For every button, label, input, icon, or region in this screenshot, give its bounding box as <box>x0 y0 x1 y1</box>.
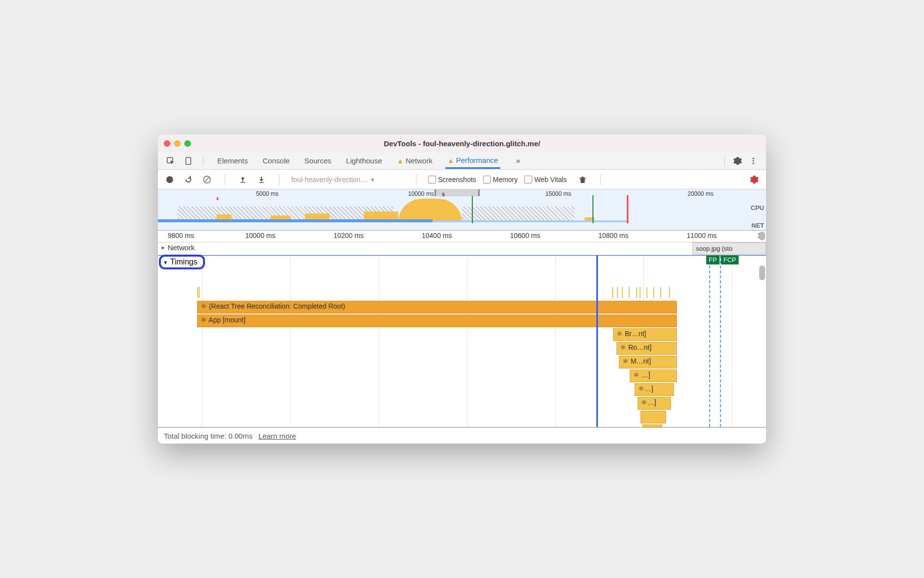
tab-performance[interactable]: ▲Performance <box>445 153 500 169</box>
separator <box>203 156 204 166</box>
timing-mark <box>197 287 198 298</box>
tab-console[interactable]: Console <box>261 154 292 168</box>
profile-select[interactable]: foul-heavenly-direction....▾ <box>291 176 404 184</box>
fp-badge[interactable]: FP <box>706 255 719 264</box>
timing-mark <box>640 287 641 298</box>
timeline-overview[interactable]: 5000 ms 10000 ms 15000 ms 20000 ms s CPU… <box>158 189 766 231</box>
screenshots-label: Screenshots <box>438 176 476 184</box>
more-tabs-icon[interactable]: » <box>516 157 520 165</box>
svg-point-3 <box>752 160 754 161</box>
flame-entry[interactable]: ⚛…] <box>638 397 671 410</box>
playhead[interactable] <box>596 256 598 427</box>
vertical-scrollbar-thumb[interactable] <box>759 265 765 280</box>
tab-network[interactable]: ▲Network <box>395 154 435 168</box>
chevron-down-icon: ▾ <box>371 176 374 184</box>
overview-marker <box>592 195 593 223</box>
svg-point-4 <box>752 162 754 164</box>
overview-graph <box>158 197 745 222</box>
ruler-tick: 10200 ms <box>334 232 363 239</box>
overview-selection[interactable]: s <box>435 189 480 196</box>
flame-entry[interactable]: ⚛ Br…nt] <box>613 328 677 341</box>
network-lane-label: Network <box>168 243 195 252</box>
maximize-window-icon[interactable] <box>184 140 191 147</box>
screenshots-checkbox[interactable]: Screenshots <box>428 176 476 184</box>
separator <box>416 174 416 185</box>
kebab-menu-icon[interactable] <box>745 153 761 169</box>
timing-mark <box>629 287 630 298</box>
timing-mark <box>622 287 623 298</box>
tab-network-label: Network <box>406 157 433 165</box>
ruler-tick: 9800 ms <box>168 232 194 239</box>
device-toolbar-icon[interactable] <box>180 153 196 169</box>
flame-entry[interactable]: ⚛ Ro…nt] <box>616 342 677 355</box>
learn-more-link[interactable]: Learn more <box>258 432 296 440</box>
cpu-label: CPU <box>751 204 764 211</box>
flame-entry[interactable]: ⚛ M…nt] <box>619 356 677 368</box>
separator <box>724 156 725 166</box>
flame-entry[interactable]: ⚛…] <box>635 383 674 396</box>
download-profile-icon[interactable] <box>256 174 267 185</box>
flame-entry[interactable]: ⚛ …] <box>630 369 677 382</box>
titlebar: DevTools - foul-heavenly-direction.glitc… <box>158 134 766 152</box>
chevron-down-icon: ▼ <box>163 260 168 265</box>
timing-mark <box>646 287 647 298</box>
profile-select-label: foul-heavenly-direction.... <box>291 176 368 184</box>
settings-gear-icon[interactable] <box>730 153 745 169</box>
ruler-tick: 11000 ms <box>687 232 717 239</box>
tbt-label: Total blocking time: 0.00ms <box>164 432 253 440</box>
overview-net-bar <box>433 220 629 222</box>
flame-entry[interactable]: ⚛ (React Tree Reconciliation: Completed … <box>197 301 677 314</box>
time-ruler[interactable]: 9800 ms 10000 ms 10200 ms 10400 ms 10600… <box>158 231 766 242</box>
separator <box>279 174 280 185</box>
trash-icon[interactable] <box>577 174 589 185</box>
devtools-window: DevTools - foul-heavenly-direction.glitc… <box>158 134 766 444</box>
separator <box>225 174 225 185</box>
grid-line <box>379 256 379 427</box>
separator <box>600 174 601 185</box>
ruler-tick: 10400 ms <box>422 232 452 239</box>
tab-lighthouse[interactable]: Lighthouse <box>344 154 384 168</box>
timing-mark <box>636 287 637 298</box>
capture-settings-gear-icon[interactable] <box>748 174 760 185</box>
tab-performance-label: Performance <box>456 156 498 164</box>
warning-icon: ▲ <box>397 157 404 165</box>
fcp-marker-line <box>720 256 721 427</box>
record-button[interactable] <box>164 174 176 185</box>
horizontal-scrollbar-thumb[interactable] <box>759 232 765 240</box>
webvitals-checkbox[interactable]: Web Vitals <box>524 176 566 184</box>
grid-line <box>467 256 467 427</box>
memory-checkbox[interactable]: Memory <box>483 176 518 184</box>
flame-entry[interactable]: ⚛ App [mount] <box>197 315 677 327</box>
tabs-container: Elements Console Sources Lighthouse ▲Net… <box>215 153 520 168</box>
fcp-badge[interactable]: FCP <box>721 255 739 264</box>
grid-line <box>290 256 291 427</box>
overview-marker <box>472 195 473 223</box>
ruler-tick: 10600 ms <box>510 232 540 239</box>
svg-point-5 <box>166 176 173 183</box>
svg-point-2 <box>752 158 754 159</box>
timings-lane-toggle[interactable]: ▼ Timings <box>159 255 205 269</box>
tab-sources[interactable]: Sources <box>303 154 334 168</box>
flame-entry[interactable] <box>641 411 666 423</box>
overview-tick: 5000 ms <box>256 190 279 197</box>
flame-entry[interactable] <box>642 424 662 427</box>
close-window-icon[interactable] <box>164 140 170 147</box>
clear-button[interactable] <box>201 174 213 185</box>
timing-mark <box>660 287 661 298</box>
tab-elements[interactable]: Elements <box>215 154 250 168</box>
flame-chart[interactable]: ►Network soop.jpg (sto ▼ Timings <box>158 242 766 427</box>
upload-profile-icon[interactable] <box>237 174 249 185</box>
overview-activity <box>398 199 462 222</box>
webvitals-label: Web Vitals <box>534 176 566 184</box>
inspect-element-icon[interactable] <box>163 153 179 169</box>
network-lane-toggle[interactable]: ►Network <box>158 242 766 253</box>
window-title: DevTools - foul-heavenly-direction.glitc… <box>384 139 540 148</box>
network-request-bar[interactable]: soop.jpg (sto <box>693 242 766 255</box>
minimize-window-icon[interactable] <box>174 140 180 147</box>
svg-rect-7 <box>240 182 245 183</box>
fp-marker-line <box>709 256 710 427</box>
grid-line <box>732 256 732 427</box>
timing-mark <box>617 287 618 298</box>
reload-record-button[interactable] <box>182 174 194 185</box>
overview-marker <box>627 195 628 223</box>
